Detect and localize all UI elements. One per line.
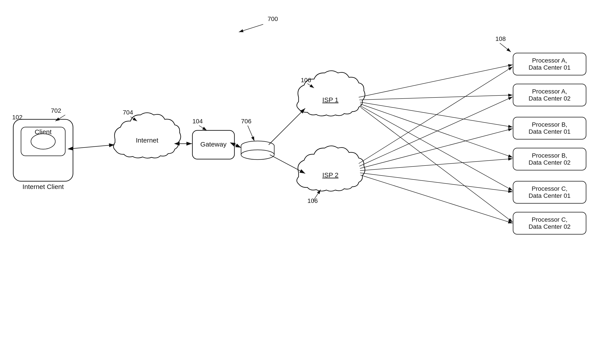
db-disk (241, 141, 274, 160)
arrow-isp1-proc-a-dc02 (359, 95, 513, 100)
proc-c-dc01-label1: Processor C, (532, 185, 567, 192)
diagram-container: 700 Client Internet Client 102 702 Inter… (0, 0, 600, 364)
proc-b-dc01-label1: Processor B, (532, 121, 567, 128)
arrow-isp2-proc-b-dc02 (360, 159, 513, 171)
arrow-isp1-proc-a-dc01 (359, 65, 513, 97)
fig-arrow (239, 24, 263, 32)
arrow-isp1-proc-b-dc02 (360, 104, 513, 157)
svg-text:ISP 1: ISP 1 (322, 96, 338, 103)
ref702-arrow (55, 115, 65, 121)
internet-client-oval (31, 134, 55, 149)
arrow-gateway-db (235, 145, 241, 148)
svg-text:Internet: Internet (136, 136, 158, 144)
ref-704: 704 (123, 109, 133, 116)
client-label: Client (35, 128, 52, 136)
proc-c-dc02-label1: Processor C, (532, 216, 567, 223)
ref-102: 102 (12, 114, 23, 121)
internet-client-label: Internet Client (23, 183, 64, 190)
ref706-arrow (248, 126, 254, 141)
ref-104: 104 (192, 118, 203, 125)
proc-b-dc02-label2: Data Center 02 (529, 159, 571, 166)
proc-c-dc01-label2: Data Center 01 (529, 192, 571, 199)
proc-a-dc01-label1: Processor A, (532, 57, 567, 64)
svg-text:ISP 2: ISP 2 (322, 171, 338, 179)
isp2-cloud: ISP 2 (297, 146, 365, 191)
ref104-arrow (199, 126, 207, 130)
internet-cloud: Internet (113, 113, 181, 158)
svg-point-7 (241, 150, 274, 160)
arrow-client-internet (73, 145, 114, 148)
figure-number: 700 (268, 16, 278, 22)
arrow-isp2-proc-a-dc01 (359, 67, 513, 164)
proc-c-dc02-label2: Data Center 02 (529, 223, 571, 230)
ref108-arrow (500, 43, 511, 52)
proc-b-dc01-label2: Data Center 01 (529, 128, 571, 135)
ref-106-isp1: 106 (301, 77, 311, 83)
ref-702: 702 (51, 107, 61, 114)
proc-a-dc01-label2: Data Center 01 (529, 64, 571, 71)
arrow-db-isp1 (269, 108, 305, 145)
ref-108: 108 (495, 35, 506, 42)
proc-a-dc02-label1: Processor A, (532, 88, 567, 95)
proc-b-dc02-label1: Processor B, (532, 152, 567, 159)
ref-706: 706 (241, 118, 252, 125)
gateway-label: Gateway (200, 141, 226, 148)
ref-106-isp2: 106 (307, 197, 318, 204)
arrow-isp2-proc-a-dc02 (359, 97, 513, 166)
proc-a-dc02-label2: Data Center 02 (529, 95, 571, 102)
